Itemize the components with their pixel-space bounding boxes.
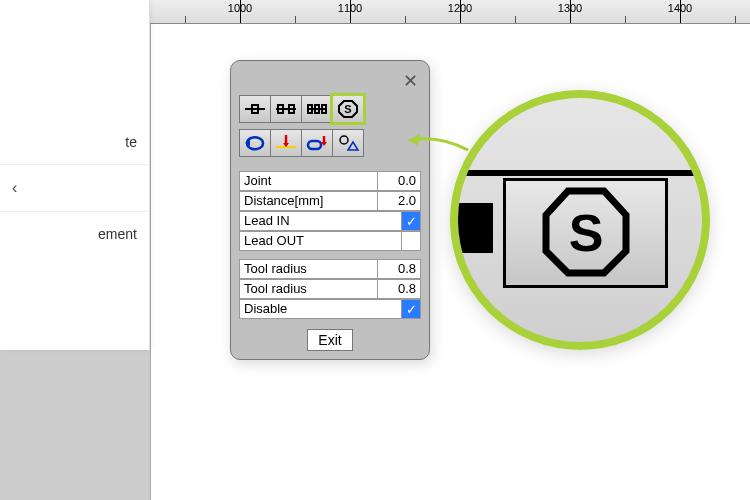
svg-marker-19 bbox=[348, 142, 358, 150]
node-single-icon bbox=[243, 99, 267, 119]
joint-node-span-button[interactable] bbox=[301, 95, 333, 123]
close-icon: ✕ bbox=[403, 70, 418, 92]
lead-dialog: ✕ S bbox=[230, 60, 430, 360]
stop-s-button[interactable]: S bbox=[332, 95, 364, 123]
joint-label: Joint bbox=[239, 171, 377, 191]
toolradius-lead-input[interactable]: 0.8 bbox=[377, 259, 421, 279]
leadin-button[interactable] bbox=[270, 129, 302, 157]
leadin-red-icon bbox=[274, 133, 298, 153]
sidebar-item[interactable]: › bbox=[0, 164, 149, 211]
shape-button[interactable] bbox=[332, 129, 364, 157]
lead-form: Joint 0.0 Distance[mm] 2.0 Lead IN ✓ Lea… bbox=[239, 171, 421, 319]
leadtype-toolbar bbox=[239, 129, 421, 157]
sidebar-item-label: te bbox=[125, 134, 137, 150]
sidebar-item[interactable]: ement bbox=[0, 211, 149, 256]
cycle-icon bbox=[243, 133, 267, 153]
zoom-callout: S bbox=[450, 90, 710, 350]
svg-text:S: S bbox=[568, 204, 603, 262]
leadin-label: Lead IN bbox=[239, 211, 401, 231]
node-double-icon bbox=[274, 99, 298, 119]
svg-point-18 bbox=[340, 136, 348, 144]
leadout-checkbox[interactable] bbox=[401, 231, 421, 251]
check-icon: ✓ bbox=[406, 302, 417, 317]
leadout-label: Lead OUT bbox=[239, 231, 401, 251]
toolradius-exit-input[interactable]: 0.8 bbox=[377, 279, 421, 299]
chevron-right-icon: › bbox=[12, 179, 17, 197]
sidebar-item[interactable]: te bbox=[0, 120, 149, 164]
check-icon: ✓ bbox=[406, 214, 417, 229]
toolradius-lead-label: Tool radius bbox=[239, 259, 377, 279]
canvas-ruler: 1000 1100 1200 1300 1400 bbox=[150, 0, 750, 24]
svg-marker-20 bbox=[408, 134, 420, 146]
joint-node-double-button[interactable] bbox=[270, 95, 302, 123]
close-button[interactable]: ✕ bbox=[399, 70, 421, 92]
left-sidebar: te › ement bbox=[0, 0, 150, 350]
svg-text:S: S bbox=[344, 103, 351, 115]
leadin-checkbox[interactable]: ✓ bbox=[401, 211, 421, 231]
svg-rect-15 bbox=[308, 141, 321, 149]
zoomed-stop-s-button: S bbox=[503, 178, 668, 288]
distance-value-input[interactable]: 2.0 bbox=[377, 191, 421, 211]
cycle-button[interactable] bbox=[239, 129, 271, 157]
disable-label: Disable bbox=[239, 299, 401, 319]
stop-s-icon: S bbox=[336, 99, 360, 119]
disable-checkbox[interactable]: ✓ bbox=[401, 299, 421, 319]
joint-type-toolbar: S bbox=[239, 95, 421, 123]
leadout-blue-icon bbox=[305, 133, 329, 153]
shape-circle-triangle-icon bbox=[336, 133, 360, 153]
distance-label: Distance[mm] bbox=[239, 191, 377, 211]
node-span-icon bbox=[305, 99, 329, 119]
sidebar-item-label: ement bbox=[98, 226, 137, 242]
joint-value-input[interactable]: 0.0 bbox=[377, 171, 421, 191]
stop-s-icon: S bbox=[536, 183, 636, 283]
exit-button[interactable]: Exit bbox=[307, 329, 352, 351]
toolradius-exit-label: Tool radius bbox=[239, 279, 377, 299]
leadout-button[interactable] bbox=[301, 129, 333, 157]
joint-node-single-button[interactable] bbox=[239, 95, 271, 123]
